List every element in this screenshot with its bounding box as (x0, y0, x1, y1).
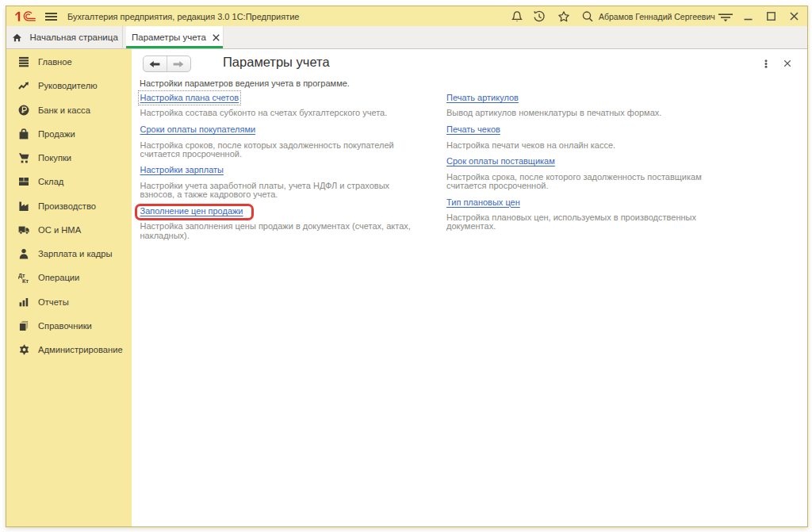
settings-link[interactable]: Срок оплаты поставщикам (446, 156, 555, 166)
book-icon (18, 320, 29, 331)
settings-item: Заполнение цен продажиНастройка заполнен… (140, 206, 419, 240)
svg-text:Кт: Кт (22, 277, 29, 283)
settings-item: Сроки оплаты покупателямиНастройка сроко… (140, 124, 419, 159)
sidebar-item-3[interactable]: Банк и касса (6, 98, 132, 122)
sidebar-item-4[interactable]: Продажи (6, 122, 132, 146)
favorites-star-icon[interactable] (557, 10, 570, 23)
shopping-bag-icon (18, 128, 29, 140)
sidebar-item-13[interactable]: Администрирование (6, 338, 132, 362)
main-row: ГлавноеРуководителюБанк и кассаПродажиПо… (6, 49, 807, 526)
settings-column-right: Печать артикуловВывод артикулов номенкла… (446, 93, 713, 247)
person-icon (18, 248, 29, 259)
settings-item: Тип плановых ценНастройка плановых цен, … (446, 197, 713, 232)
sidebar-item-label: Администрирование (38, 345, 123, 354)
sidebar-item-label: Продажи (38, 129, 75, 139)
debit-credit-icon: ДтКт (18, 272, 29, 283)
sidebar-item-8[interactable]: ОС и НМА (6, 218, 132, 242)
bar-chart-icon (18, 297, 29, 308)
sidebar-item-label: Производство (38, 201, 96, 211)
active-tab-underline (126, 46, 223, 48)
forward-button[interactable] (167, 56, 191, 71)
sidebar-item-1[interactable]: Главное (6, 50, 132, 74)
sidebar-item-label: Главное (38, 57, 72, 67)
settings-columns: Настройка плана счетовНастройка состава … (140, 93, 714, 247)
settings-item: Настройки зарплатыНастройки учета зарабо… (140, 165, 419, 199)
settings-item: Печать чековНастройка печати чеков на он… (446, 124, 713, 150)
close-form-icon[interactable] (783, 59, 791, 67)
history-clock-icon[interactable] (533, 10, 546, 23)
settings-link[interactable]: Сроки оплаты покупателями (140, 124, 256, 135)
settings-desc: Настройка срока, после которого задолжен… (446, 173, 713, 190)
back-button[interactable] (144, 56, 167, 71)
app-window: Бухгалтерия предприятия, редакция 3.0 1С… (6, 6, 808, 527)
settings-desc: Настройка состава субконто на счетах бух… (140, 109, 419, 117)
settings-desc: Настройка печати чеков на онлайн кассе. (446, 141, 713, 150)
more-actions-icon[interactable] (761, 59, 771, 68)
shopping-cart-icon (18, 152, 29, 163)
tab-parameters-label: Параметры учета (132, 33, 206, 42)
minimize-button[interactable] (743, 11, 753, 21)
titlebar: Бухгалтерия предприятия, редакция 3.0 1С… (6, 6, 807, 26)
settings-link[interactable]: Заполнение цен продажи (140, 206, 243, 216)
warehouse-boxes-icon (18, 176, 29, 187)
page-title: Параметры учета (223, 55, 330, 70)
tab-parameters[interactable]: Параметры учета (126, 26, 224, 48)
sidebar-item-label: Склад (38, 177, 63, 186)
nav-history-buttons (143, 55, 191, 72)
tab-bar: Начальная страница Параметры учета (6, 26, 807, 49)
sidebar-item-7[interactable]: Производство (6, 194, 132, 218)
forward-arrow-icon (173, 60, 184, 68)
sidebar-item-2[interactable]: Руководителю (6, 74, 132, 98)
settings-column-left: Настройка плана счетовНастройка состава … (140, 93, 419, 247)
close-window-button[interactable] (789, 11, 799, 21)
settings-item: Печать артикуловВывод артикулов номенкла… (446, 93, 713, 118)
sidebar-item-label: Операции (38, 273, 79, 282)
sidebar-item-9[interactable]: Зарплата и кадры (6, 242, 132, 266)
page-subtitle: Настройки параметров ведения учета в про… (140, 78, 350, 88)
sidebar-item-12[interactable]: Справочники (6, 314, 132, 338)
settings-link[interactable]: Настройка плана счетов (140, 93, 239, 103)
settings-desc: Вывод артикулов номенклатуры в печатных … (446, 109, 713, 117)
truck-icon (18, 224, 29, 235)
back-arrow-icon (149, 60, 160, 68)
sidebar-item-6[interactable]: Склад (6, 170, 132, 193)
settings-desc: Настройка заполнения цены продажи в доку… (140, 222, 419, 239)
settings-link[interactable]: Печать артикулов (446, 93, 519, 103)
sidebar-item-label: Покупки (38, 153, 71, 163)
sidebar-item-label: Зарплата и кадры (38, 249, 113, 258)
current-user[interactable]: Абрамов Геннадий Сергеевич (599, 12, 715, 21)
settings-link[interactable]: Настройки зарплаты (140, 165, 224, 175)
service-menu-icon[interactable] (718, 10, 733, 23)
settings-desc: Настройка плановых цен, используемых в п… (446, 213, 713, 231)
sidebar-item-10[interactable]: ДтКтОперации (6, 266, 132, 289)
gear-icon (18, 344, 29, 355)
settings-link[interactable]: Печать чеков (446, 124, 500, 135)
sidebar-item-label: Отчеты (38, 297, 69, 307)
settings-item: Настройка плана счетовНастройка состава … (140, 93, 419, 118)
factory-icon (18, 201, 29, 212)
maximize-button[interactable] (766, 11, 776, 21)
notifications-bell-icon[interactable] (511, 10, 523, 23)
trend-arrow-icon (18, 80, 29, 91)
sidebar-item-label: Справочники (38, 321, 92, 331)
tab-close-icon[interactable] (213, 34, 220, 41)
search-magnifier-icon[interactable] (581, 10, 594, 23)
titlebar-actions: Абрамов Геннадий Сергеевич (6, 6, 807, 26)
sidebar-item-label: Руководителю (38, 81, 98, 90)
home-icon (13, 33, 21, 42)
tab-home-page[interactable]: Начальная страница (6, 26, 123, 48)
settings-link[interactable]: Тип плановых цен (446, 197, 520, 208)
sidebar-item-11[interactable]: Отчеты (6, 290, 132, 314)
tab-home-label: Начальная страница (30, 33, 118, 42)
settings-desc: Настройки учета заработной платы, учета … (140, 182, 419, 199)
section-sidebar: ГлавноеРуководителюБанк и кассаПродажиПо… (6, 49, 132, 526)
content-panel: Параметры учета Настройки параметров вед… (132, 49, 807, 526)
settings-item: Срок оплаты поставщикамНастройка срока, … (446, 156, 713, 190)
sidebar-item-label: Банк и касса (38, 105, 90, 115)
menu-lines-icon (18, 56, 29, 67)
sidebar-item-label: ОС и НМА (38, 225, 81, 235)
settings-desc: Настройка сроков, после которых задолжен… (140, 141, 419, 159)
sidebar-item-5[interactable]: Покупки (6, 146, 132, 170)
ruble-coin-icon (18, 105, 29, 116)
